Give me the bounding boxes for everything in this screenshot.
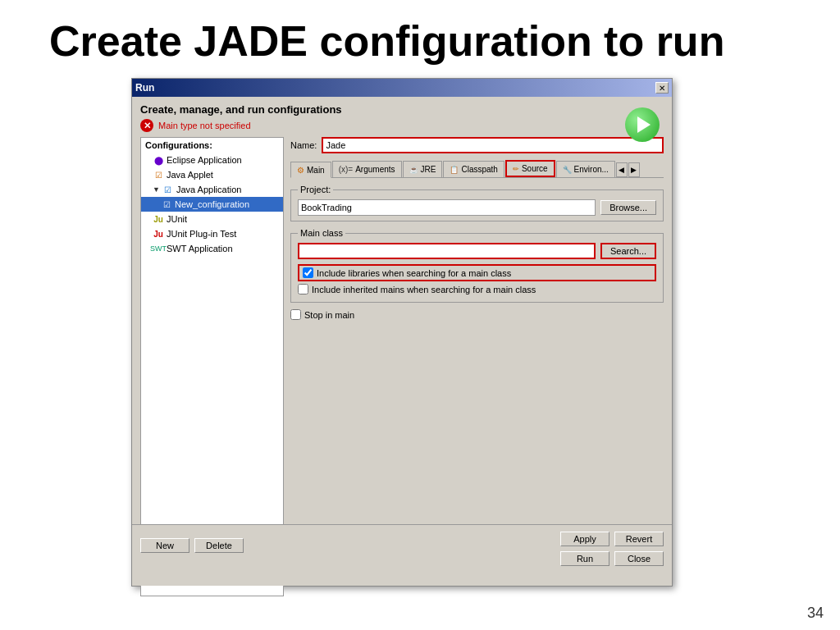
tree-item-label: JUnit — [167, 214, 187, 224]
main-class-legend: Main class — [298, 228, 345, 238]
junit-icon: Ju — [153, 213, 164, 225]
tab-arguments-label: Arguments — [355, 165, 395, 174]
tab-nav-right[interactable]: ▶ — [628, 162, 640, 177]
error-icon: ✕ — [140, 119, 153, 132]
swt-icon: SWT — [153, 243, 164, 254]
new-button[interactable]: New — [140, 538, 189, 553]
include-inherited-checkbox[interactable] — [298, 284, 308, 294]
project-row: Browse... — [298, 199, 656, 216]
slide-number: 34 — [807, 605, 824, 622]
main-class-fieldset: Main class Search... Include libraries w… — [290, 228, 664, 303]
include-libraries-label: Include libraries when searching for a m… — [317, 268, 511, 278]
apply-button[interactable]: Apply — [560, 532, 609, 546]
tab-jre[interactable]: ☕ JRE — [403, 161, 443, 177]
tab-jre-label: JRE — [421, 165, 436, 174]
tab-content-main: Project: Browse... Main class Search... — [290, 185, 664, 320]
tree-item-junit[interactable]: Ju JUnit — [141, 212, 283, 226]
project-input[interactable] — [298, 199, 596, 216]
collapse-icon: ▼ — [153, 185, 160, 194]
error-bar: ✕ Main type not specified — [140, 119, 664, 132]
tab-source[interactable]: ✏ Source — [505, 160, 555, 177]
junit-plugin-icon: Ju — [153, 228, 164, 240]
tab-source-label: Source — [522, 164, 548, 173]
new-conf-icon: ☑ — [161, 199, 172, 210]
java-applet-icon: ☑ — [153, 169, 164, 180]
tab-arguments[interactable]: (x)= Arguments — [332, 161, 402, 177]
tree-item-label: New_configuration — [175, 199, 249, 209]
close-icon[interactable]: ✕ — [655, 82, 669, 94]
include-inherited-label: Include inherited mains when searching f… — [312, 285, 536, 294]
main-tab-icon: ⚙ — [297, 166, 304, 175]
eclipse-icon: ⬤ — [153, 154, 164, 166]
tab-classpath[interactable]: 📋 Classpath — [443, 161, 504, 177]
search-button[interactable]: Search... — [600, 243, 656, 259]
stop-in-main-checkbox[interactable] — [290, 309, 301, 320]
revert-button[interactable]: Revert — [614, 532, 664, 546]
slide-title: Create JADE configuration to run — [0, 0, 840, 74]
dialog-close-button[interactable]: Close — [614, 551, 664, 566]
run-icon — [625, 107, 660, 142]
name-label: Name: — [290, 140, 317, 150]
name-input[interactable] — [322, 137, 664, 153]
env-tab-icon: 🔧 — [563, 166, 572, 174]
tree-item-eclipse-app[interactable]: ⬤ Eclipse Application — [141, 153, 283, 167]
java-app-icon: ☑ — [162, 184, 174, 195]
tree-item-label: Java Applet — [167, 170, 213, 180]
include-libraries-checkbox[interactable] — [303, 267, 313, 278]
configurations-header: Configurations: — [141, 138, 283, 153]
tab-main-label: Main — [307, 166, 325, 175]
tree-item-java-application[interactable]: ▼ ☑ Java Application — [141, 182, 283, 197]
browse-button[interactable]: Browse... — [600, 200, 656, 215]
tree-item-java-applet[interactable]: ☑ Java Applet — [141, 167, 283, 182]
footer-bottom-row: Run Close — [140, 551, 664, 566]
project-legend: Project: — [298, 185, 333, 194]
tree-item-new-configuration[interactable]: ☑ New_configuration — [141, 197, 283, 212]
tree-item-label: SWT Application — [167, 244, 233, 253]
stop-in-main-row: Stop in main — [290, 309, 664, 320]
run-dialog: Run ✕ Create, manage, and run configurat… — [131, 78, 673, 587]
main-class-row: Search... — [298, 243, 656, 259]
name-row: Name: — [290, 137, 664, 153]
dialog-footer: New Delete Apply Revert Run Close — [132, 524, 672, 586]
include-inherited-row: Include inherited mains when searching f… — [298, 284, 656, 294]
main-class-input[interactable] — [298, 243, 596, 259]
tree-item-swt-app[interactable]: SWT SWT Application — [141, 241, 283, 256]
args-tab-icon: (x)= — [339, 165, 354, 174]
tree-item-label: Eclipse Application — [167, 155, 242, 165]
source-tab-icon: ✏ — [513, 165, 519, 173]
tree-item-junit-plugin[interactable]: Ju JUnit Plug-in Test — [141, 226, 283, 241]
tree-item-label: JUnit Plug-in Test — [167, 229, 236, 239]
dialog-header: Create, manage, and run configurations — [140, 103, 664, 116]
classpath-tab-icon: 📋 — [450, 166, 459, 174]
stop-in-main-label: Stop in main — [304, 310, 354, 320]
tab-nav-left[interactable]: ◀ — [616, 162, 628, 177]
tabs-bar: ⚙ Main (x)= Arguments ☕ JRE 📋 Classpath — [290, 160, 664, 178]
project-fieldset: Project: Browse... — [290, 185, 664, 221]
tab-environment-label: Environ... — [574, 165, 609, 174]
tab-main[interactable]: ⚙ Main — [290, 162, 331, 178]
run-button[interactable]: Run — [560, 551, 609, 566]
tab-classpath-label: Classpath — [461, 165, 497, 174]
include-libraries-row: Include libraries when searching for a m… — [298, 264, 656, 281]
error-message: Main type not specified — [158, 121, 251, 130]
jre-tab-icon: ☕ — [409, 166, 418, 174]
tree-item-label: Java Application — [176, 185, 242, 194]
dialog-titlebar: Run ✕ — [132, 79, 672, 97]
left-buttons-row: New Delete — [140, 538, 244, 553]
tab-environment[interactable]: 🔧 Environ... — [556, 161, 615, 177]
delete-button[interactable]: Delete — [194, 538, 244, 553]
dialog-title: Run — [135, 82, 154, 94]
